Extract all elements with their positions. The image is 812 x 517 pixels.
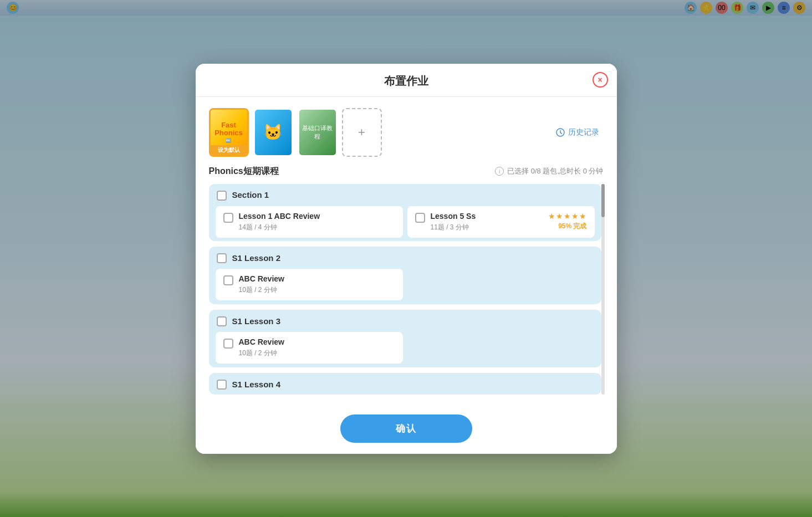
info-icon: i [495, 167, 504, 176]
lesson-3-title: ABC Review [239, 337, 395, 346]
lesson-1-info: Lesson 1 ABC Review 14题 / 4 分钟 [239, 212, 395, 232]
modal-header: 布置作业 × [196, 64, 617, 97]
section-1-label: Section 1 [232, 190, 269, 199]
section-header-2: S1 Lesson 2 [209, 247, 601, 269]
lesson-5-checkbox[interactable] [415, 213, 425, 223]
lesson-list-wrapper: Section 1 Lesson 1 ABC Review 14题 / 4 分钟 [209, 184, 604, 395]
lesson-3-info: ABC Review 10题 / 2 分钟 [239, 337, 395, 358]
section-2-lessons: ABC Review 10题 / 2 分钟 [209, 269, 601, 304]
lesson-5-info: Lesson 5 Ss 11题 / 3 分钟 [431, 212, 543, 232]
section-2-label: S1 Lesson 2 [232, 253, 281, 263]
section-header-4: S1 Lesson 4 [209, 373, 601, 394]
section-4-checkbox[interactable] [217, 380, 227, 390]
section-block-1: Section 1 Lesson 1 ABC Review 14题 / 4 分钟 [209, 184, 601, 242]
section-block-2: S1 Lesson 2 ABC Review 10题 / 2 分钟 [209, 247, 601, 304]
lesson-3-checkbox[interactable] [223, 339, 233, 349]
lesson-list: Section 1 Lesson 1 ABC Review 14题 / 4 分钟 [209, 184, 604, 395]
section-3-checkbox[interactable] [217, 316, 227, 326]
lesson-card-3: ABC Review 10题 / 2 分钟 [216, 332, 403, 364]
lesson-card-2: ABC Review 10题 / 2 分钟 [216, 269, 403, 300]
section-header-3: S1 Lesson 3 [209, 310, 601, 332]
lesson-2-checkbox[interactable] [223, 275, 233, 285]
lesson-1-checkbox[interactable] [223, 213, 233, 223]
section-2-checkbox[interactable] [217, 253, 227, 263]
lesson-5-stars: ★★★★★ 95% 完成 [548, 212, 587, 231]
course-card-green[interactable]: 基础口译教程 [298, 108, 338, 157]
lesson-2-info: ABC Review 10题 / 2 分钟 [239, 274, 395, 295]
selection-text: 已选择 0/8 题包,总时长 0 分钟 [507, 166, 603, 176]
lesson-5-title: Lesson 5 Ss [431, 212, 543, 221]
section-header-1: Section 1 [209, 184, 601, 206]
section-4-label: S1 Lesson 4 [232, 380, 281, 389]
course-card-phonics[interactable]: FastPhonics 🔤 设为默认 [209, 108, 249, 157]
confirm-button[interactable]: 确认 [340, 414, 472, 443]
modal-overlay: 布置作业 × FastPhonics 🔤 设为默认 [0, 0, 812, 517]
section-block-3: S1 Lesson 3 ABC Review 10题 / 2 分钟 [209, 310, 601, 367]
course-card-add[interactable]: + [342, 108, 382, 157]
selection-info: i 已选择 0/8 题包,总时长 0 分钟 [495, 166, 603, 176]
scrollbar-thumb [601, 184, 605, 217]
lesson-2-meta: 10题 / 2 分钟 [239, 285, 395, 295]
modal-footer: 确认 [196, 406, 617, 454]
section-1-checkbox[interactable] [217, 191, 227, 201]
history-link[interactable]: 历史记录 [556, 127, 604, 137]
clock-icon [556, 128, 565, 137]
lesson-2-title: ABC Review [239, 274, 395, 283]
section-3-lessons: ABC Review 10题 / 2 分钟 [209, 332, 601, 367]
section-3-label: S1 Lesson 3 [232, 316, 281, 326]
section-block-4: S1 Lesson 4 [209, 373, 601, 394]
lesson-card-5: Lesson 5 Ss 11题 / 3 分钟 ★★★★★ 95% 完成 [407, 206, 595, 238]
scrollbar[interactable] [601, 184, 605, 395]
lesson-1-title: Lesson 1 ABC Review [239, 212, 395, 221]
lesson-card-1: Lesson 1 ABC Review 14题 / 4 分钟 [216, 206, 403, 238]
lesson-3-meta: 10题 / 2 分钟 [239, 349, 395, 358]
plus-icon: + [358, 125, 365, 140]
modal-body: FastPhonics 🔤 设为默认 🐱 [196, 97, 617, 406]
course-name: Phonics短期课程 [209, 166, 279, 177]
lesson-1-meta: 14题 / 4 分钟 [239, 223, 395, 232]
history-label: 历史记录 [568, 127, 599, 137]
lesson-5-meta: 11题 / 3 分钟 [431, 223, 543, 232]
course-card-label-phonics: 设为默认 [211, 145, 247, 155]
modal-title: 布置作业 [384, 75, 428, 87]
course-selector: FastPhonics 🔤 设为默认 🐱 [209, 108, 604, 157]
course-card-blue[interactable]: 🐱 [253, 108, 293, 157]
course-cards: FastPhonics 🔤 设为默认 🐱 [209, 108, 382, 157]
modal: 布置作业 × FastPhonics 🔤 设为默认 [196, 64, 617, 454]
stars-display: ★★★★★ [548, 212, 587, 221]
course-title-row: Phonics短期课程 i 已选择 0/8 题包,总时长 0 分钟 [209, 166, 604, 177]
completion-text: 95% 完成 [558, 222, 586, 231]
close-button[interactable]: × [593, 72, 608, 88]
section-1-lessons: Lesson 1 ABC Review 14题 / 4 分钟 Lesson 5 … [209, 206, 601, 242]
